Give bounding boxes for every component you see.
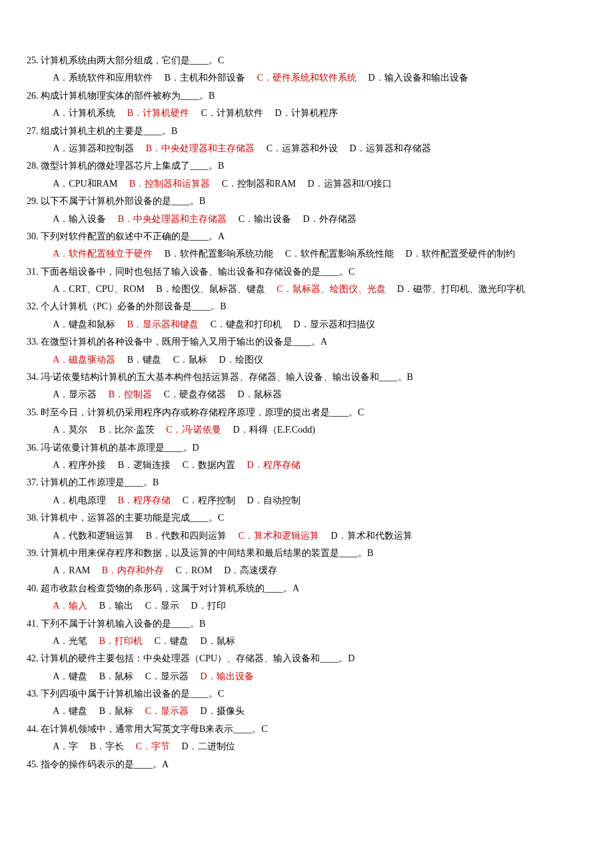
options-row: A．输入 B．输出 C．显示 D．打印 [27, 599, 586, 613]
answer-key: C [218, 513, 224, 523]
question-number: 36. [27, 441, 39, 455]
option: B．键盘 [127, 355, 161, 365]
question: 29. 以下不属于计算机外部设备的是____。B [27, 194, 586, 209]
option: C．硬件系统和软件系统 [257, 73, 356, 83]
option: C．字节 [136, 741, 170, 751]
option-text: 逻辑连接 [133, 460, 171, 470]
answer-key: C [358, 407, 364, 417]
option: C．计算机软件 [201, 108, 263, 118]
question: 28. 微型计算机的微处理器芯片上集成了____。B [27, 159, 586, 173]
option: D．输入设备和输出设备 [368, 73, 468, 83]
option-label: C． [239, 531, 254, 541]
question-number: 44. [27, 722, 39, 737]
answer-key: D [348, 653, 354, 663]
option: B．打印机 [99, 636, 143, 646]
option-label: D． [350, 143, 366, 153]
option-label: D． [201, 636, 217, 646]
option-text: 控制器和运算器 [145, 179, 210, 189]
option-label: B． [165, 73, 180, 83]
answer-key: B [171, 126, 177, 136]
option-label: B． [99, 425, 115, 435]
option: D．输出设备 [201, 671, 254, 681]
option: A．程序外接 [53, 460, 106, 470]
option-text: RAM [69, 565, 90, 575]
option: C．程序控制 [183, 495, 235, 505]
answer-key: C [261, 724, 267, 734]
option-label: A． [53, 73, 69, 83]
option-text: 输出设备 [254, 214, 291, 224]
option: B．绘图仪、鼠标器、键盘 [156, 284, 265, 294]
option-text: 显示 [161, 601, 179, 611]
option: A．计算机系统 [53, 108, 115, 118]
options-row: A．磁盘驱动器 B．键盘 C．鼠标 D．绘图仪 [27, 353, 586, 367]
option-text: 显示器 [161, 671, 189, 681]
question-text: 以下不属于计算机外部设备的是____。 [41, 196, 199, 206]
option-label: C． [267, 143, 282, 153]
option: C．显示器 [145, 671, 189, 681]
option-label: D． [368, 73, 384, 83]
question: 41. 下列不属于计算机输入设备的是____。B [27, 617, 586, 631]
question: 33. 在微型计算机的各种设备中，既用于输入又用于输出的设备是____。A [27, 335, 586, 349]
option-label: C． [183, 460, 198, 470]
option-label: A． [53, 249, 69, 259]
question-number: 31. [27, 265, 39, 279]
option-text: 显示器 [161, 706, 189, 716]
option: C．数据内置 [183, 460, 235, 470]
option-label: A． [53, 601, 69, 611]
option: C．键盘 [155, 636, 189, 646]
option-label: B． [129, 179, 145, 189]
option-text: 输入设备和输出设备 [384, 73, 468, 83]
question-text: 计算机的硬件主要包括：中央处理器（CPU）、存储器、输入设备和____。 [41, 653, 348, 663]
option-label: A． [53, 355, 69, 365]
option: D．自动控制 [247, 495, 301, 505]
option: D．外存储器 [303, 214, 356, 224]
option-label: D． [201, 706, 217, 716]
question-text: 组成计算机主机的主要是____。 [41, 126, 171, 136]
question-text: 下面各组设备中，同时也包括了输入设备、输出设备和存储设备的是____。 [41, 267, 348, 277]
question-text: 计算机的工作原理是____。 [41, 477, 153, 487]
option: D．高速缓存 [224, 565, 277, 575]
option-label: A． [53, 565, 69, 575]
question-text: 计算机中，运算器的主要功能是完成____。 [41, 513, 218, 523]
option-text: 外存储器 [319, 214, 356, 224]
option-label: B． [118, 460, 133, 470]
option: D．软件配置受硬件的制约 [406, 249, 515, 259]
question-text: 冯·诺依曼计算机的基本原理是____。 [41, 443, 193, 453]
question-text: 微型计算机的微处理器芯片上集成了____。 [41, 161, 218, 171]
option-label: D． [331, 531, 347, 541]
option-text: 算术和代数运算 [347, 531, 412, 541]
question-number: 45. [27, 757, 39, 772]
options-row: A．代数和逻辑运算 B．代数和四则运算 C．算术和逻辑运算 D．算术和代数运算 [27, 529, 586, 543]
question-text: 时至今日，计算机仍采用程序内存或称存储程序原理，原理的提出者是____。 [41, 407, 358, 417]
option: B．内存和外存 [102, 565, 164, 575]
option: D．运算器和I/O接口 [308, 179, 392, 189]
answer-key: B [153, 477, 159, 487]
option-label: A． [53, 214, 69, 224]
option-text: 输入设备 [69, 214, 106, 224]
options-row: A．计算机系统 B．计算机硬件 C．计算机软件 D．计算机程序 [27, 106, 586, 121]
option-text: 中央处理器和主存储器 [161, 143, 255, 153]
option: A．机电原理 [53, 495, 106, 505]
option-label: A． [53, 179, 69, 189]
option: D．磁带、打印机、激光印字机 [397, 284, 525, 294]
option-text: 软件配置独立于硬件 [69, 249, 153, 259]
option-text: 显示器 [69, 389, 97, 399]
options-row: A．机电原理 B．程序存储 C．程序控制 D．自动控制 [27, 493, 586, 508]
option: C．控制器和RAM [222, 179, 296, 189]
options-row: A．显示器 B．控制器 C．硬盘存储器 D．鼠标器 [27, 387, 586, 402]
option-label: D． [182, 741, 198, 751]
option-label: C． [145, 601, 161, 611]
question: 42. 计算机的硬件主要包括：中央处理器（CPU）、存储器、输入设备和____。… [27, 651, 586, 666]
option: C．算术和逻辑运算 [239, 531, 319, 541]
option-label: B． [90, 741, 105, 751]
option-label: C． [285, 249, 301, 259]
option: B．显示器和键盘 [127, 319, 199, 329]
options-row: A．程序外接 B．逻辑连接 C．数据内置 D．程序存储 [27, 458, 586, 473]
option: C．运算器和外设 [267, 143, 338, 153]
option-label: C． [183, 495, 198, 505]
option-text: 鼠标 [189, 355, 207, 365]
question-number: 25. [27, 53, 39, 68]
question-text: 下列不属于计算机输入设备的是____。 [41, 619, 199, 629]
option-text: 代数和四则运算 [161, 531, 227, 541]
option-text: 软件配置影响系统性能 [301, 249, 394, 259]
